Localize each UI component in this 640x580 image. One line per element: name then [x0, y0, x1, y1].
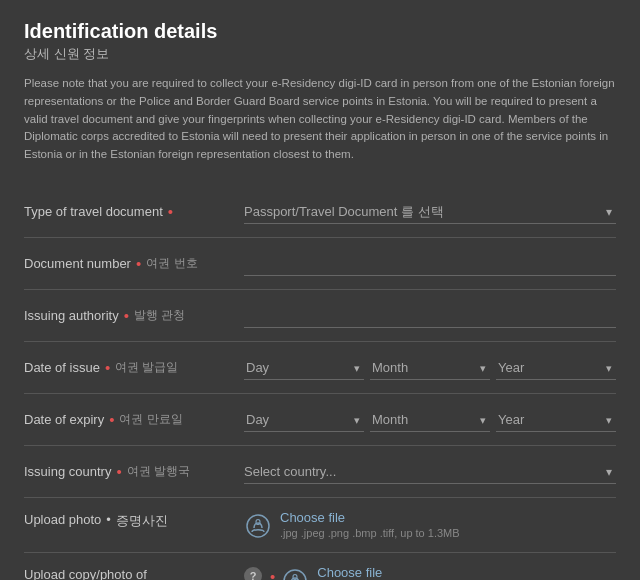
- upload-photo-label-en: Upload photo: [24, 512, 101, 527]
- issuing-country-select[interactable]: Select country... Estonia United States …: [244, 460, 616, 484]
- upload-doc-label: Upload copy/photo of your travel documen…: [24, 565, 244, 580]
- date-of-expiry-label: Date of expiry • 여권 만료일: [24, 411, 244, 428]
- type-required-dot: •: [168, 204, 173, 219]
- issuing-authority-required-dot: •: [124, 308, 129, 323]
- date-of-expiry-control: Day for(let i=1;i<=31;i++) document.writ…: [244, 408, 616, 432]
- issuing-authority-input[interactable]: [244, 304, 616, 328]
- type-label-en: Type of travel document: [24, 204, 163, 219]
- upload-photo-label: Upload photo • 증명사진: [24, 510, 244, 530]
- upload-photo-choose-btn[interactable]: Choose file: [280, 510, 460, 525]
- upload-photo-formats: .jpg .jpeg .png .bmp .tiff, up to 1.3MB: [280, 527, 460, 539]
- date-of-expiry-label-kr: 여권 만료일: [119, 411, 182, 428]
- upload-photo-icon: [244, 512, 272, 540]
- upload-doc-dot: •: [270, 568, 275, 580]
- issuing-country-select-wrapper: Select country... Estonia United States …: [244, 460, 616, 484]
- page-title-en: Identification details: [24, 20, 616, 43]
- upload-doc-icon: [281, 567, 309, 580]
- date-of-issue-required-dot: •: [105, 360, 110, 375]
- doc-number-control: [244, 252, 616, 276]
- issuing-country-required-dot: •: [116, 464, 121, 479]
- issuing-authority-label-en: Issuing authority: [24, 308, 119, 323]
- date-of-issue-row: Date of issue • 여권 발급일 Day for(let i=1;i…: [24, 342, 616, 394]
- date-of-expiry-required-dot: •: [109, 412, 114, 427]
- upload-doc-row: Upload copy/photo of your travel documen…: [24, 553, 616, 580]
- doc-number-label-kr: 여권 번호: [146, 255, 197, 272]
- help-icon[interactable]: ?: [244, 567, 262, 580]
- date-of-expiry-label-en: Date of expiry: [24, 412, 104, 427]
- issue-day-wrapper: Day for(let i=1;i<=31;i++) document.writ…: [244, 356, 364, 380]
- issuing-authority-row: Issuing authority • 발행 관청: [24, 290, 616, 342]
- type-of-travel-document-row: Type of travel document • Passport/Trave…: [24, 186, 616, 238]
- document-number-label: Document number • 여권 번호: [24, 255, 244, 272]
- upload-photo-info: Choose file .jpg .jpeg .png .bmp .tiff, …: [280, 510, 460, 539]
- date-of-issue-label: Date of issue • 여권 발급일: [24, 359, 244, 376]
- issue-month-wrapper: Month JanuaryFebruaryMarch AprilMayJune …: [370, 356, 490, 380]
- date-of-issue-label-en: Date of issue: [24, 360, 100, 375]
- issue-month-select[interactable]: Month JanuaryFebruaryMarch AprilMayJune …: [370, 356, 490, 380]
- upload-photo-control: Choose file .jpg .jpeg .png .bmp .tiff, …: [244, 510, 616, 540]
- issuing-country-label-en: Issuing country: [24, 464, 111, 479]
- info-text: Please note that you are required to col…: [24, 75, 616, 164]
- date-of-issue-label-kr: 여권 발급일: [115, 359, 178, 376]
- upload-photo-label-kr: 증명사진: [116, 512, 168, 530]
- document-number-row: Document number • 여권 번호: [24, 238, 616, 290]
- date-of-expiry-row: Date of expiry • 여권 만료일 Day for(let i=1;…: [24, 394, 616, 446]
- upload-doc-control: Choose file .jpg .jpeg .png .bmp .tiff .…: [281, 565, 616, 580]
- expiry-year-select[interactable]: Year for(let y=2040;y>=1950;y--) documen…: [496, 408, 616, 432]
- doc-number-label-en: Document number: [24, 256, 131, 271]
- date-of-issue-group: Day for(let i=1;i<=31;i++) document.writ…: [244, 356, 616, 380]
- expiry-day-select[interactable]: Day for(let i=1;i<=31;i++) document.writ…: [244, 408, 364, 432]
- upload-doc-choose-btn[interactable]: Choose file: [317, 565, 518, 580]
- issuing-authority-label-kr: 발행 관청: [134, 307, 185, 324]
- date-of-expiry-group: Day for(let i=1;i<=31;i++) document.writ…: [244, 408, 616, 432]
- issuing-authority-control: [244, 304, 616, 328]
- issuing-country-row: Issuing country • 여권 발행국 Select country.…: [24, 446, 616, 498]
- issuing-country-label: Issuing country • 여권 발행국: [24, 463, 244, 480]
- upload-doc-info: Choose file .jpg .jpeg .png .bmp .tiff .…: [317, 565, 518, 580]
- expiry-month-wrapper: Month JanuaryFebruaryMarch AprilMayJune …: [370, 408, 490, 432]
- type-select[interactable]: Passport/Travel Document 를 선택 Passport T…: [244, 200, 616, 224]
- doc-number-input[interactable]: [244, 252, 616, 276]
- issue-year-wrapper: Year for(let y=2024;y>=1950;y--) documen…: [496, 356, 616, 380]
- type-select-wrapper: Passport/Travel Document 를 선택 Passport T…: [244, 200, 616, 224]
- issue-year-select[interactable]: Year for(let y=2024;y>=1950;y--) documen…: [496, 356, 616, 380]
- upload-doc-label-en: Upload copy/photo of: [24, 567, 147, 580]
- issuing-country-control: Select country... Estonia United States …: [244, 460, 616, 484]
- expiry-year-wrapper: Year for(let y=2040;y>=1950;y--) documen…: [496, 408, 616, 432]
- expiry-month-select[interactable]: Month JanuaryFebruaryMarch AprilMayJune …: [370, 408, 490, 432]
- upload-photo-row: Upload photo • 증명사진 Choose file .jpg .jp…: [24, 498, 616, 553]
- expiry-day-wrapper: Day for(let i=1;i<=31;i++) document.writ…: [244, 408, 364, 432]
- type-of-travel-document-label: Type of travel document •: [24, 204, 244, 219]
- type-control: Passport/Travel Document 를 선택 Passport T…: [244, 200, 616, 224]
- svg-point-0: [247, 515, 269, 537]
- date-of-issue-control: Day for(let i=1;i<=31;i++) document.writ…: [244, 356, 616, 380]
- upload-photo-required-dot: •: [106, 512, 111, 527]
- page-title-kr: 상세 신원 정보: [24, 45, 616, 63]
- doc-number-required-dot: •: [136, 256, 141, 271]
- issue-day-select[interactable]: Day for(let i=1;i<=31;i++) document.writ…: [244, 356, 364, 380]
- issuing-authority-label: Issuing authority • 발행 관청: [24, 307, 244, 324]
- issuing-country-label-kr: 여권 발행국: [127, 463, 190, 480]
